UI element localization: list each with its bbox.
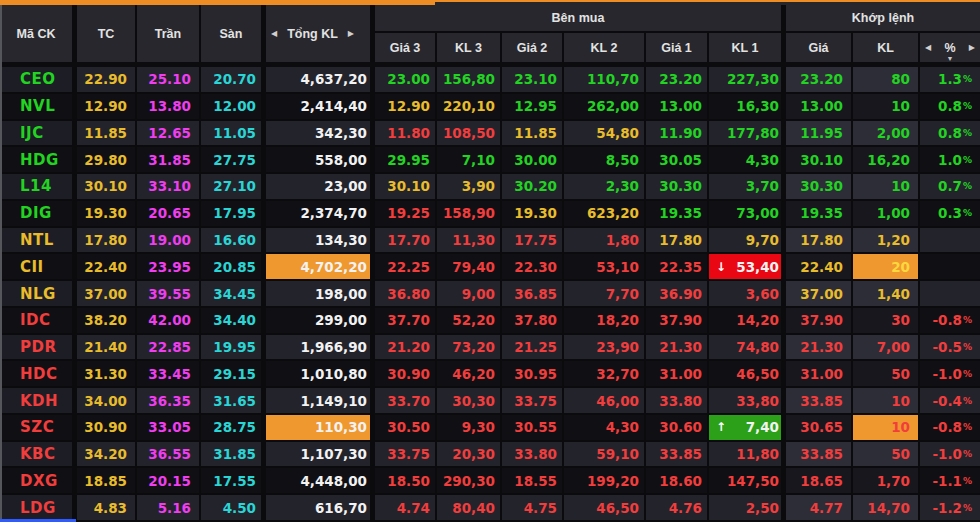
cell-kl1[interactable]: 73,00	[709, 201, 786, 228]
cell-gia2[interactable]: 30.20	[502, 174, 564, 201]
cell-kl2[interactable]: 53,10	[564, 254, 646, 281]
cell-khop-gia[interactable]: 19.35	[786, 201, 853, 228]
column-header-kl3[interactable]: KL 3	[437, 33, 502, 62]
cell-pct-change[interactable]: -0.8%	[920, 308, 980, 335]
cell-kl1[interactable]: 3,60	[709, 281, 786, 308]
cell-khop-kl[interactable]: 80	[853, 67, 920, 94]
cell-tc[interactable]: 17.80	[77, 228, 137, 255]
cell-tc[interactable]: 30.90	[77, 415, 137, 442]
cell-tran[interactable]: 36.35	[137, 388, 201, 415]
cell-khop-gia[interactable]: 33.85	[786, 388, 853, 415]
cell-khop-kl[interactable]: 50	[853, 361, 920, 388]
cell-kl3[interactable]: 3,90	[437, 174, 502, 201]
cell-tran[interactable]: 39.55	[137, 281, 201, 308]
cell-khop-gia[interactable]: 11.95	[786, 121, 853, 148]
cell-pct-change[interactable]: -0.4%	[920, 388, 980, 415]
cell-kl2[interactable]: 1,80	[564, 228, 646, 255]
cell-gia1[interactable]: 13.00	[646, 94, 709, 121]
cell-kl2[interactable]: 110,70	[564, 67, 646, 94]
cell-kl1[interactable]: 9,70	[709, 228, 786, 255]
cell-tran[interactable]: 31.85	[137, 147, 201, 174]
cell-gia2[interactable]: 30.95	[502, 361, 564, 388]
cell-kl1[interactable]: ↓53,40	[709, 254, 786, 281]
cell-tong-kl[interactable]: 1,966,90	[266, 335, 375, 362]
cell-gia2[interactable]: 18.55	[502, 468, 564, 495]
cell-tc[interactable]: 37.00	[77, 281, 137, 308]
cell-gia2[interactable]: 21.25	[502, 335, 564, 362]
cell-kl2[interactable]: 2,30	[564, 174, 646, 201]
cell-gia1[interactable]: 23.20	[646, 67, 709, 94]
cell-stock-code[interactable]: CII	[0, 254, 77, 281]
cell-gia3[interactable]: 18.50	[375, 468, 437, 495]
cell-kl2[interactable]: 54,80	[564, 121, 646, 148]
cell-kl1[interactable]: ↑7,40	[709, 415, 786, 442]
cell-stock-code[interactable]: NTL	[0, 228, 77, 255]
cell-stock-code[interactable]: NVL	[0, 94, 77, 121]
cell-tc[interactable]: 18.85	[77, 468, 137, 495]
cell-gia3[interactable]: 17.70	[375, 228, 437, 255]
cell-khop-kl[interactable]: 10	[853, 174, 920, 201]
cell-tc[interactable]: 12.90	[77, 94, 137, 121]
cell-gia2[interactable]: 30.00	[502, 147, 564, 174]
cell-kl3[interactable]: 158,90	[437, 201, 502, 228]
cell-tran[interactable]: 33.10	[137, 174, 201, 201]
cell-khop-gia[interactable]: 21.30	[786, 335, 853, 362]
column-header-gia2[interactable]: Giá 2	[502, 33, 564, 62]
cell-san[interactable]: 20.70	[201, 67, 266, 94]
cell-tc[interactable]: 29.80	[77, 147, 137, 174]
cell-tong-kl[interactable]: 1,107,30	[266, 442, 375, 469]
column-header-pct[interactable]: ◀ % ▶ ▼	[920, 33, 980, 62]
cell-gia2[interactable]: 37.80	[502, 308, 564, 335]
cell-tran[interactable]: 19.00	[137, 228, 201, 255]
cell-khop-gia[interactable]: 17.80	[786, 228, 853, 255]
cell-khop-kl[interactable]: 10	[853, 415, 920, 442]
cell-stock-code[interactable]: LDG	[0, 495, 77, 522]
cell-tc[interactable]: 38.20	[77, 308, 137, 335]
cell-gia3[interactable]: 23.00	[375, 67, 437, 94]
cell-khop-gia[interactable]: 23.20	[786, 67, 853, 94]
cell-gia3[interactable]: 33.75	[375, 442, 437, 469]
cell-pct-change[interactable]	[920, 254, 980, 281]
cell-pct-change[interactable]: -1.0%	[920, 442, 980, 469]
cell-kl1[interactable]: 74,80	[709, 335, 786, 362]
cell-stock-code[interactable]: HDG	[0, 147, 77, 174]
cell-stock-code[interactable]: IDC	[0, 308, 77, 335]
cell-tong-kl[interactable]: 4,637,20	[266, 67, 375, 94]
cell-pct-change[interactable]: 1.3%	[920, 67, 980, 94]
cell-kl1[interactable]: 2,50	[709, 495, 786, 522]
column-header-tc[interactable]: TC	[77, 5, 137, 62]
cell-stock-code[interactable]: NLG	[0, 281, 77, 308]
cell-kl3[interactable]: 9,30	[437, 415, 502, 442]
cell-kl2[interactable]: 7,70	[564, 281, 646, 308]
cell-stock-code[interactable]: IJC	[0, 121, 77, 148]
cell-pct-change[interactable]: -1.2%	[920, 495, 980, 522]
cell-kl2[interactable]: 23,90	[564, 335, 646, 362]
cell-gia1[interactable]: 36.90	[646, 281, 709, 308]
cell-san[interactable]: 17.55	[201, 468, 266, 495]
cell-gia2[interactable]: 36.85	[502, 281, 564, 308]
cell-gia3[interactable]: 29.95	[375, 147, 437, 174]
cell-kl3[interactable]: 9,00	[437, 281, 502, 308]
cell-tc[interactable]: 21.40	[77, 335, 137, 362]
sort-right-icon[interactable]: ▶	[348, 29, 354, 38]
cell-kl1[interactable]: 227,30	[709, 67, 786, 94]
cell-khop-kl[interactable]: 16,20	[853, 147, 920, 174]
column-header-kl1[interactable]: KL 1	[709, 33, 786, 62]
cell-gia1[interactable]: 4.76	[646, 495, 709, 522]
cell-khop-gia[interactable]: 30.30	[786, 174, 853, 201]
cell-tong-kl[interactable]: 23,00	[266, 174, 375, 201]
cell-stock-code[interactable]: SZC	[0, 415, 77, 442]
cell-kl2[interactable]: 8,50	[564, 147, 646, 174]
cell-tong-kl[interactable]: 616,70	[266, 495, 375, 522]
cell-gia1[interactable]: 30.05	[646, 147, 709, 174]
cell-kl3[interactable]: 30,30	[437, 388, 502, 415]
cell-gia2[interactable]: 22.30	[502, 254, 564, 281]
sort-left-icon[interactable]: ◀	[925, 43, 931, 52]
cell-khop-kl[interactable]: 30	[853, 308, 920, 335]
cell-kl3[interactable]: 108,50	[437, 121, 502, 148]
cell-khop-kl[interactable]: 50	[853, 442, 920, 469]
cell-san[interactable]: 19.95	[201, 335, 266, 362]
cell-kl3[interactable]: 73,20	[437, 335, 502, 362]
cell-san[interactable]: 12.00	[201, 94, 266, 121]
cell-pct-change[interactable]: -1.0%	[920, 361, 980, 388]
